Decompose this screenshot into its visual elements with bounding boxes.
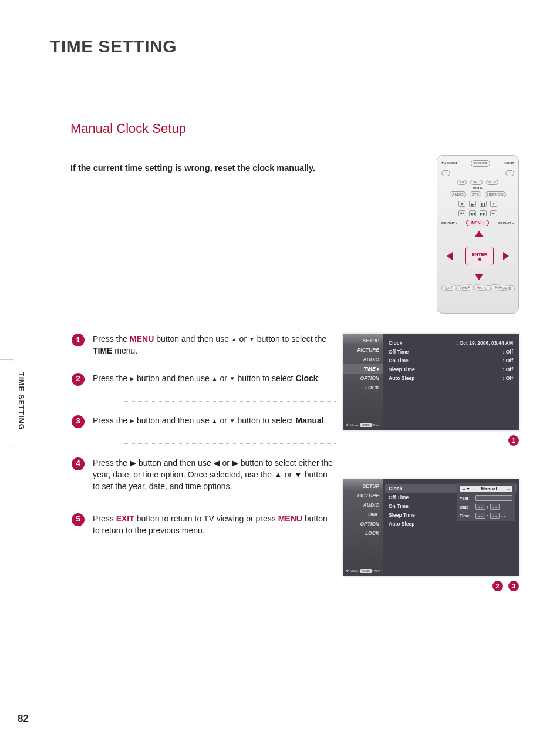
step-text: Press the ▶ button and then use ▲ or ▼ b… xyxy=(93,372,336,386)
right-icon: ▶ xyxy=(130,375,134,382)
remote-rew-icon: ◀◀ xyxy=(469,210,476,216)
remote-ratio-button: RATIO xyxy=(474,284,491,291)
remote-up-icon xyxy=(475,231,483,237)
osd-row: Sleep Time: Off xyxy=(389,365,513,374)
up-icon: ▲ xyxy=(212,375,218,382)
osd-menu-item: AUDIO xyxy=(343,500,383,510)
osd-callouts: 1 xyxy=(343,435,519,446)
remote-label-input: INPUT xyxy=(504,161,514,165)
remote-dpad: ENTER xyxy=(443,230,512,281)
osd-menu-item: LOCK xyxy=(343,383,383,392)
osd-hint: ✥ Move MENU Prev xyxy=(343,420,383,428)
osd-hint: ✥ Move MENU Prev xyxy=(343,566,383,574)
osd-menu-item: PICTURE xyxy=(343,345,383,355)
osd-menu-item-selected: TIME ▸ xyxy=(343,364,383,374)
remote-mode-tv: TV xyxy=(457,180,467,186)
osd-row: Off Time: Off xyxy=(389,347,513,356)
remote-down-icon xyxy=(475,274,483,280)
remote-menu-button: MENU xyxy=(466,220,489,226)
remote-mode-audio: AUDIO xyxy=(450,191,466,197)
remote-timer-button: TIMER xyxy=(456,284,474,291)
osd-menu-column: SETUP PICTURE AUDIO TIME OPTION LOCK ✥ M… xyxy=(343,479,383,576)
remote-enter-button: ENTER xyxy=(465,247,494,265)
osd-manual-time: Time- -:- -- - xyxy=(460,513,512,519)
step-3: 3 Press the ▶ button and then use ▲ or ▼… xyxy=(72,415,336,428)
remote-power-button: POWER xyxy=(471,160,490,167)
down-icon: ▼ xyxy=(230,418,235,424)
step-text: Press the ▶ button and then use ◀ or ▶ b… xyxy=(93,457,336,493)
osd-manual-date: Date- -/- - xyxy=(460,504,512,510)
remote-bright-minus: BRIGHT - xyxy=(441,221,457,225)
osd-callouts: 2 3 xyxy=(343,581,519,591)
remote-mode-dvd: DVD xyxy=(470,180,483,186)
osd-screenshot-1: SETUP PICTURE AUDIO TIME ▸ OPTION LOCK ✥… xyxy=(343,334,519,446)
callout-badge: 2 xyxy=(492,581,503,591)
remote-mode-stb: STB xyxy=(470,191,481,197)
intro-text: If the current time setting is wrong, re… xyxy=(70,162,329,174)
osd-menu-item: SETUP xyxy=(343,336,383,345)
up-icon: ▲ xyxy=(231,336,237,342)
remote-pause-icon: ❚❚ xyxy=(480,201,487,207)
step-bullet: 3 xyxy=(72,415,85,428)
step-1: 1 Press the MENU button and then use ▲ o… xyxy=(72,333,336,357)
osd-menu-item: OPTION xyxy=(343,374,383,383)
remote-right-icon xyxy=(503,252,509,260)
section-subtitle: Manual Clock Setup xyxy=(70,121,519,136)
osd-row: Auto Sleep: Off xyxy=(389,374,513,382)
step-2: 2 Press the ▶ button and then use ▲ or ▼… xyxy=(72,372,336,386)
remote-stop-icon: ■ xyxy=(458,201,465,207)
remote-exit-button: EXIT xyxy=(441,284,457,291)
osd-manual-panel: ▲▼Manual▸ Year- - - - Date- -/- - Time- … xyxy=(457,483,515,521)
remote-next-icon: ⏭ xyxy=(490,210,497,216)
divider xyxy=(124,401,336,402)
osd-menu-item: PICTURE xyxy=(343,491,383,500)
osd-row: On Time: Off xyxy=(389,356,513,365)
step-4: 4 Press the ▶ button and then use ◀ or ▶… xyxy=(72,457,336,493)
step-bullet: 5 xyxy=(72,513,85,526)
remote-label-tvinput: TV INPUT xyxy=(441,161,457,165)
osd-content: Clock▶ Off Time On Time Sleep Time Auto … xyxy=(383,479,519,576)
osd-menu-item: SETUP xyxy=(343,482,383,491)
step-5: 5 Press EXIT button to return to TV view… xyxy=(72,513,336,537)
osd-menu-item: LOCK xyxy=(343,529,383,538)
osd-menu-item: TIME xyxy=(343,510,383,519)
step-bullet: 4 xyxy=(72,457,85,470)
down-icon: ▼ xyxy=(230,375,235,382)
remote-rec-icon: ● xyxy=(490,201,497,207)
callout-badge: 1 xyxy=(508,435,519,446)
remote-sap-button: SAP/LANG xyxy=(491,284,515,292)
page-title: TIME SETTING xyxy=(50,36,519,56)
remote-play-icon: ▶ xyxy=(469,201,476,207)
osd-manual-head: ▲▼Manual▸ xyxy=(460,486,512,492)
osd-menu-column: SETUP PICTURE AUDIO TIME ▸ OPTION LOCK ✥… xyxy=(343,334,383,430)
down-icon: ▼ xyxy=(249,336,255,342)
remote-ff-icon: ▶▶ xyxy=(480,210,487,216)
osd-menu-item: OPTION xyxy=(343,519,383,529)
step-bullet: 2 xyxy=(72,373,85,386)
page-number: 82 xyxy=(18,713,29,725)
step-text: Press EXIT button to return to TV viewin… xyxy=(93,513,336,537)
step-text: Press the ▶ button and then use ▲ or ▼ b… xyxy=(93,415,336,428)
side-section-label: TIME SETTING xyxy=(17,372,25,430)
osd-screenshot-2: SETUP PICTURE AUDIO TIME OPTION LOCK ✥ M… xyxy=(343,479,519,591)
side-tab xyxy=(0,359,14,447)
remote-illustration: TV INPUT POWER INPUT TV DVD VCR MODE AUD… xyxy=(437,155,519,314)
step-bullet: 1 xyxy=(72,334,85,346)
divider xyxy=(124,443,336,444)
remote-prev-icon: ⏮ xyxy=(458,210,465,216)
remote-oval xyxy=(441,170,450,176)
remote-left-icon xyxy=(447,252,453,260)
osd-manual-year: Year- - - - xyxy=(460,495,512,501)
osd-menu-item: AUDIO xyxy=(343,355,383,364)
steps-list: 1 Press the MENU button and then use ▲ o… xyxy=(72,333,336,536)
remote-bright-plus: BRIGHT + xyxy=(498,221,514,225)
remote-mode-vcr: VCR xyxy=(486,180,498,186)
osd-row: Clock: Oct 19, 2006, 03:44 AM xyxy=(389,338,513,347)
right-icon: ▶ xyxy=(130,418,134,424)
up-icon: ▲ xyxy=(212,418,218,424)
remote-mode-label: MODE xyxy=(441,186,514,190)
remote-oval xyxy=(505,170,514,176)
step-text: Press the MENU button and then use ▲ or … xyxy=(93,333,336,357)
callout-badge: 3 xyxy=(508,581,519,591)
remote-mode-hdmi: HDMI/DVI xyxy=(485,191,506,197)
